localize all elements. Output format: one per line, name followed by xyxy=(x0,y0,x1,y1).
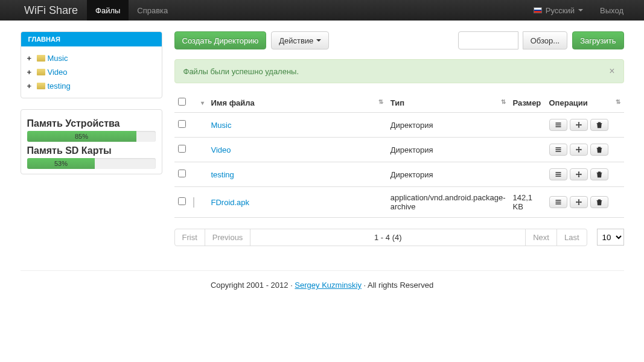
success-alert: Файлы были успешно удалены. × xyxy=(174,59,624,83)
trash-icon xyxy=(596,171,603,178)
pager-next[interactable]: Next xyxy=(525,229,557,246)
file-type: application/vnd.android.package-archive xyxy=(387,187,509,218)
delete-action-button[interactable] xyxy=(590,196,608,208)
file-link[interactable]: testing xyxy=(211,170,234,179)
trash-icon xyxy=(596,198,603,206)
move-action-button[interactable] xyxy=(570,168,588,180)
header-ops: Операции xyxy=(549,98,588,107)
row-checkbox[interactable] xyxy=(178,145,186,153)
sd-memory-bar: 53% xyxy=(27,158,156,169)
row-checkbox[interactable] xyxy=(178,120,186,128)
browse-button[interactable]: Обзор... xyxy=(523,31,567,49)
action-dropdown[interactable]: Действие xyxy=(271,31,329,49)
list-action-button[interactable] xyxy=(549,119,567,131)
device-memory-label: Память Устройства xyxy=(27,118,156,129)
caret-down-icon xyxy=(316,39,321,42)
file-size xyxy=(509,138,546,162)
device-memory-bar: 85% xyxy=(27,131,156,142)
tree-link[interactable]: Music xyxy=(48,54,68,63)
delete-action-button[interactable] xyxy=(590,144,608,156)
delete-action-button[interactable] xyxy=(590,168,608,180)
tree-panel: ГЛАВНАЯ + Music+ Video+ testing xyxy=(21,31,162,98)
trash-icon xyxy=(596,121,603,129)
file-type: Директория xyxy=(387,113,509,138)
file-table: ▾ Имя файла⇅ Тип⇅ Размер Операции⇅ Music… xyxy=(174,93,624,218)
table-row: FDroid.apk application/vnd.android.packa… xyxy=(174,187,624,218)
memory-panel: Память Устройства 85% Память SD Карты 53… xyxy=(21,109,162,174)
pager-last[interactable]: Last xyxy=(556,229,587,246)
file-size xyxy=(509,162,546,187)
navbar: WiFi Share Файлы Справка Русский Выход xyxy=(0,0,644,21)
folder-icon xyxy=(37,83,45,89)
list-action-button[interactable] xyxy=(549,168,567,180)
table-row: Music Директория xyxy=(174,113,624,138)
move-action-button[interactable] xyxy=(570,119,588,131)
language-label: Русский xyxy=(546,6,575,15)
sd-memory-pct: 53% xyxy=(54,160,68,167)
list-icon xyxy=(555,171,562,178)
tree-expand-icon[interactable]: + xyxy=(27,68,34,77)
tree-item[interactable]: + testing xyxy=(27,79,156,93)
tree-item[interactable]: + Music xyxy=(27,51,156,65)
tree-link[interactable]: Video xyxy=(48,68,68,77)
sd-memory-label: Память SD Карты xyxy=(27,145,156,156)
nav-files[interactable]: Файлы xyxy=(87,0,129,21)
page-size-select[interactable]: 10 xyxy=(597,229,624,246)
trash-icon xyxy=(596,146,603,153)
file-link[interactable]: Music xyxy=(211,121,232,130)
nav-help[interactable]: Справка xyxy=(129,0,176,21)
row-checkbox[interactable] xyxy=(178,197,186,205)
tree-expand-icon[interactable]: + xyxy=(27,54,34,63)
header-size[interactable]: Размер xyxy=(513,98,541,107)
file-path-input[interactable] xyxy=(458,31,518,49)
move-action-button[interactable] xyxy=(570,144,588,156)
header-name[interactable]: Имя файла xyxy=(211,98,255,107)
create-directory-button[interactable]: Создать Директорию xyxy=(174,31,267,49)
device-memory-pct: 85% xyxy=(75,133,88,140)
header-type[interactable]: Тип xyxy=(391,98,404,107)
move-icon xyxy=(575,146,582,153)
file-size xyxy=(509,113,546,138)
language-dropdown[interactable]: Русский xyxy=(525,0,591,21)
nav-logout[interactable]: Выход xyxy=(591,0,632,21)
file-type: Директория xyxy=(387,138,509,162)
row-checkbox[interactable] xyxy=(178,170,186,177)
footer: Copyright 2001 - 2012 · Sergey Kuzminski… xyxy=(21,270,624,299)
folder-icon xyxy=(37,55,45,62)
table-row: Video Директория xyxy=(174,138,624,162)
sort-icon[interactable]: ⇅ xyxy=(501,98,506,105)
sidebar: ГЛАВНАЯ + Music+ Video+ testing Память У… xyxy=(21,31,162,246)
alert-close-button[interactable]: × xyxy=(609,66,614,77)
alert-message: Файлы были успешно удалены. xyxy=(183,67,299,76)
document-icon xyxy=(193,197,194,208)
delete-action-button[interactable] xyxy=(590,119,608,131)
select-all-checkbox[interactable] xyxy=(178,98,186,106)
tree-header: ГЛАВНАЯ xyxy=(21,32,162,46)
list-icon xyxy=(555,198,562,206)
sort-icon[interactable]: ⇅ xyxy=(616,98,620,105)
pager-info: 1 - 4 (4) xyxy=(250,229,526,246)
pager-first[interactable]: Frist xyxy=(174,229,205,246)
list-action-button[interactable] xyxy=(549,144,567,156)
file-link[interactable]: FDroid.apk xyxy=(211,198,250,207)
list-action-button[interactable] xyxy=(549,196,567,208)
table-row: testing Директория xyxy=(174,162,624,187)
main: Создать Директорию Действие Обзор... Заг… xyxy=(174,31,624,246)
tree-expand-icon[interactable]: + xyxy=(27,81,34,91)
list-icon xyxy=(555,146,562,153)
upload-button[interactable]: Загрузить xyxy=(572,31,623,49)
sort-icon[interactable]: ⇅ xyxy=(378,98,383,105)
file-link[interactable]: Video xyxy=(211,145,231,154)
footer-author-link[interactable]: Sergey Kuzminskiy xyxy=(295,281,362,290)
move-icon xyxy=(575,121,582,129)
move-icon xyxy=(575,171,582,178)
flag-ru-icon xyxy=(534,7,542,13)
sort-icon[interactable]: ▾ xyxy=(201,100,204,106)
move-icon xyxy=(575,198,582,206)
pager-previous[interactable]: Previous xyxy=(205,229,251,246)
tree-link[interactable]: testing xyxy=(48,81,71,91)
move-action-button[interactable] xyxy=(570,196,588,208)
brand: WiFi Share xyxy=(24,4,78,17)
file-size: 142,1 KB xyxy=(509,187,546,218)
tree-item[interactable]: + Video xyxy=(27,65,156,79)
